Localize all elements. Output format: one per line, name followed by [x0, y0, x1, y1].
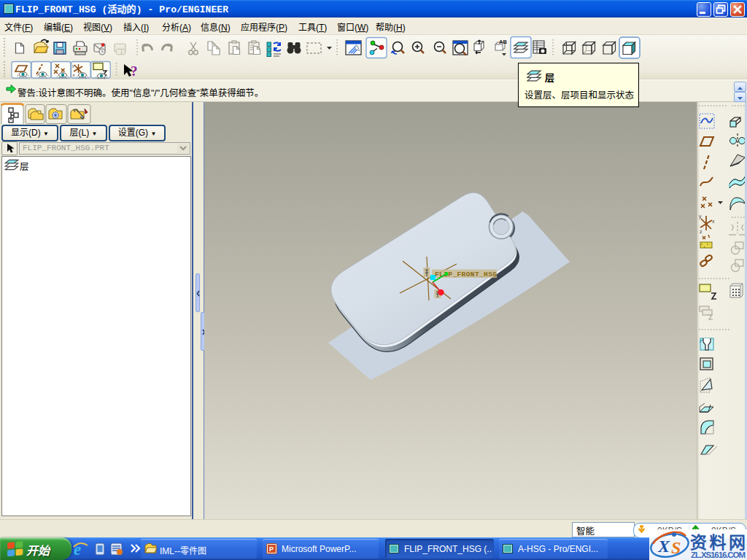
svg-text:?: ?: [131, 63, 138, 79]
svg-text:y: y: [72, 63, 74, 68]
svg-text:X: X: [657, 537, 670, 556]
svg-text:ZL.XS1616.COM: ZL.XS1616.COM: [691, 551, 746, 559]
svg-text:S: S: [671, 538, 681, 557]
svg-text:z: z: [700, 229, 703, 234]
svg-text:z: z: [73, 73, 75, 77]
svg-text:AB: AB: [499, 39, 507, 45]
svg-text:P: P: [269, 545, 274, 553]
svg-text:x: x: [712, 219, 715, 224]
svg-text:y: y: [699, 214, 702, 219]
